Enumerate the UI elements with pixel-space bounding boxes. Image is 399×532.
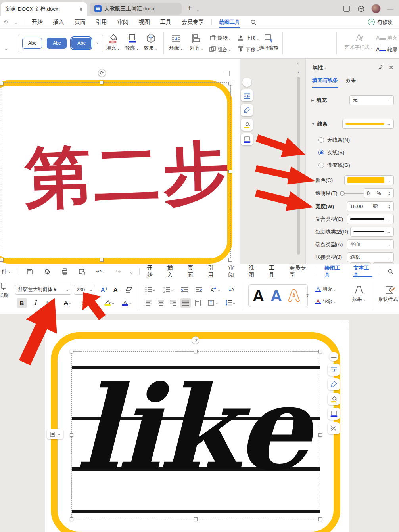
print-preview-icon[interactable] bbox=[73, 265, 91, 278]
gallery-more-icon[interactable]: ⊽ bbox=[96, 41, 99, 45]
quickbar-chevron-icon[interactable]: ⌄ bbox=[126, 269, 137, 275]
paragraph-spacing-button[interactable]: ⌄ bbox=[205, 298, 221, 308]
fill-float-button[interactable] bbox=[241, 119, 253, 131]
text-fill-button[interactable]: A 填充⌄ bbox=[315, 286, 345, 293]
user-avatar[interactable] bbox=[371, 4, 381, 13]
wordart-gallery-more-icon[interactable]: ⊽ bbox=[306, 294, 309, 298]
justify-button[interactable] bbox=[180, 298, 191, 308]
shape-style-white[interactable]: Abc bbox=[22, 38, 42, 49]
file-menu-partial[interactable]: 件⌄ bbox=[0, 265, 16, 278]
save-status[interactable]: ⟳ 有修改 bbox=[368, 19, 399, 26]
shape-style-blue[interactable]: Abc bbox=[47, 38, 67, 49]
text-outline-button[interactable]: A 轮廓⌄ bbox=[315, 298, 345, 305]
font-color-button[interactable]: A⌄ bbox=[119, 298, 135, 308]
rotate-handle[interactable]: ⟳ bbox=[192, 336, 200, 344]
join-type-dropdown[interactable]: 斜接⌄ bbox=[347, 252, 394, 262]
decrease-indent-button[interactable] bbox=[179, 285, 190, 295]
selection-handle[interactable] bbox=[228, 258, 232, 262]
context-tab-drawing-tools[interactable]: 绘图工具 bbox=[214, 16, 245, 29]
menu-item-review[interactable]: 审阅 bbox=[223, 265, 244, 278]
wrap-float-button[interactable] bbox=[241, 89, 253, 101]
context-tab-text-tools[interactable]: 文本工具 bbox=[348, 265, 377, 278]
shape-text[interactable]: 第二步 bbox=[23, 127, 233, 224]
bullet-list-button[interactable]: ⌄ bbox=[144, 285, 157, 295]
compound-type-dropdown[interactable]: ⌄ bbox=[347, 214, 394, 224]
style-brush-float-button[interactable] bbox=[241, 104, 253, 116]
clear-format-icon[interactable] bbox=[124, 285, 134, 295]
print-icon[interactable] bbox=[56, 265, 73, 278]
menu-item-reference[interactable]: 引用 bbox=[91, 16, 112, 29]
menu-item-tools[interactable]: 工具 bbox=[264, 265, 284, 278]
align-left-button[interactable] bbox=[144, 298, 154, 308]
align-center-button[interactable] bbox=[156, 298, 166, 308]
practice-word[interactable]: like bbox=[75, 370, 308, 486]
save-icon[interactable] bbox=[21, 265, 38, 278]
outline-float-button[interactable] bbox=[241, 133, 253, 145]
line-color-dropdown[interactable]: ⌄ bbox=[344, 175, 394, 185]
menu-item-review[interactable]: 审阅 bbox=[112, 16, 134, 29]
menu-item-tools[interactable]: 工具 bbox=[155, 16, 176, 29]
align-right-button[interactable] bbox=[168, 298, 178, 308]
fill-button[interactable]: 填充⌄ bbox=[104, 33, 122, 52]
new-tab-button[interactable]: + bbox=[187, 4, 192, 13]
selection-pane-button[interactable]: 选择窗格 bbox=[257, 33, 281, 52]
radio-solid-line[interactable] bbox=[318, 150, 324, 155]
text-direction-button[interactable]: A⌄ bbox=[207, 285, 223, 295]
minimize-icon[interactable]: — bbox=[387, 5, 393, 12]
tab-document-2[interactable]: W 人教版三上词汇.docx bbox=[90, 3, 182, 15]
cube-apps-icon[interactable] bbox=[357, 5, 365, 13]
selection-handle[interactable] bbox=[194, 350, 198, 353]
selection-handle[interactable] bbox=[318, 433, 322, 437]
outline-button[interactable]: 轮廓⌄ bbox=[123, 33, 141, 52]
line-width-input[interactable]: 15.00 磅 ▲▼ bbox=[347, 201, 394, 211]
search-icon[interactable] bbox=[245, 16, 262, 29]
numbered-list-button[interactable]: 12⌄ bbox=[162, 285, 175, 295]
radio-no-line[interactable] bbox=[318, 137, 324, 143]
undo-icon[interactable]: ⟲ bbox=[0, 19, 11, 25]
fill-type-dropdown[interactable]: 无⌄ bbox=[349, 95, 394, 105]
selection-handle[interactable] bbox=[194, 517, 198, 521]
style-brush-float-button[interactable] bbox=[328, 378, 340, 390]
fill-float-button[interactable] bbox=[328, 393, 340, 405]
rotate-handle[interactable]: ⟳ bbox=[98, 69, 106, 77]
selection-handle[interactable] bbox=[228, 82, 232, 85]
tab-effects[interactable]: 效果 bbox=[346, 77, 356, 88]
selection-handle[interactable] bbox=[70, 350, 73, 353]
grow-font-button[interactable]: A⁺ bbox=[99, 285, 109, 295]
line-spacing-button[interactable]: ⌄ bbox=[223, 298, 238, 308]
context-tab-drawing-tools[interactable]: 绘图工具 bbox=[319, 265, 348, 278]
undo-button[interactable]: ↶⌄ bbox=[91, 265, 110, 278]
search-icon[interactable] bbox=[382, 265, 399, 278]
export-pdf-icon[interactable] bbox=[38, 265, 56, 278]
wordart-preset-orange[interactable]: A bbox=[288, 287, 300, 305]
menu-item-member[interactable]: 会员专享 bbox=[284, 265, 314, 278]
pin-icon[interactable] bbox=[377, 64, 383, 71]
selection-handle[interactable] bbox=[0, 258, 4, 262]
outline-float-button[interactable] bbox=[328, 408, 340, 420]
menu-item-view[interactable]: 视图 bbox=[244, 265, 264, 278]
menu-item-view[interactable]: 视图 bbox=[134, 16, 155, 29]
text-outline-button[interactable]: A 轮廓⌄ bbox=[376, 46, 399, 53]
collapse-float-toolbar-button[interactable]: — bbox=[242, 78, 251, 87]
shape-style-selected[interactable]: Abc bbox=[71, 38, 91, 49]
align-button[interactable]: 对齐⌄ bbox=[187, 33, 206, 52]
ribbon-collapse-icon[interactable]: ⌅ bbox=[296, 61, 299, 65]
selection-handle[interactable] bbox=[318, 350, 322, 353]
shape-style-button[interactable]: 形状样式⌄ bbox=[376, 285, 399, 303]
wordart-style-button[interactable]: 艺术字样式⌄ bbox=[342, 33, 376, 51]
menu-item-insert[interactable]: 插入 bbox=[162, 265, 182, 278]
textbox-layout-button[interactable]: ⌄ bbox=[47, 429, 63, 439]
tab-document-1[interactable]: 新建 DOCX 文档.docx bbox=[1, 2, 87, 16]
selection-handle[interactable] bbox=[228, 170, 232, 173]
wrap-button[interactable]: 环绕⌄ bbox=[167, 33, 186, 52]
close-icon[interactable]: ✕ bbox=[389, 64, 393, 71]
ribbon-overflow-chevron-icon[interactable]: ⌄ bbox=[1, 45, 12, 51]
line-expand-icon[interactable]: ▼ bbox=[311, 122, 315, 126]
vertical-text-button[interactable]: A bbox=[225, 285, 239, 295]
selection-handle[interactable] bbox=[100, 258, 104, 262]
panel-title-chevron-icon[interactable]: ⌄ bbox=[324, 66, 327, 70]
menu-item-insert[interactable]: 插入 bbox=[48, 16, 69, 29]
collapse-float-toolbar-button[interactable]: — bbox=[329, 352, 338, 361]
distribute-button[interactable] bbox=[193, 298, 203, 308]
selection-handle[interactable] bbox=[0, 82, 4, 85]
